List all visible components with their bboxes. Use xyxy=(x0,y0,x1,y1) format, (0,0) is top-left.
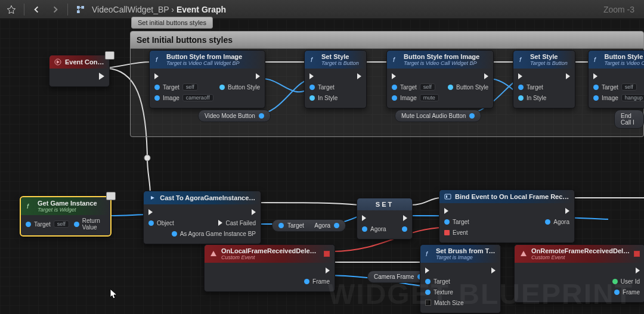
variable-video-mode-button[interactable]: Video Mode Button xyxy=(198,110,271,122)
exec-out-pin[interactable] xyxy=(99,73,104,80)
svg-rect-11 xyxy=(446,195,447,198)
reroute-target-agora[interactable]: Target Agora xyxy=(272,219,346,232)
function-icon: f xyxy=(425,250,432,258)
node-button-style-from-image-2[interactable]: f Button Style from Image Target is Vide… xyxy=(386,50,494,108)
breadcrumb-leaf[interactable]: Event Graph xyxy=(177,5,226,14)
node-subtitle: Custom Event xyxy=(221,254,320,260)
graph-canvas[interactable]: Set Initial buttons styles Event Constru… xyxy=(0,19,644,314)
node-button-style-from-image-3[interactable]: f Button Style from Image Target is Vide… xyxy=(588,50,644,108)
node-on-local-frame-received[interactable]: OnLocalFrameReceivedDelegate_Event_0 Cus… xyxy=(204,244,335,292)
function-icon: f xyxy=(593,55,601,64)
pin-image[interactable]: Imagemute xyxy=(392,94,439,101)
pin-as-agora-game-instance[interactable]: As Agora Game Instance BP xyxy=(172,231,256,237)
exec-out-pin[interactable] xyxy=(403,215,407,221)
node-title: Set Brush from Texture xyxy=(436,247,496,254)
svg-marker-12 xyxy=(210,251,216,256)
exec-in-pin[interactable] xyxy=(392,73,396,79)
pin-in-style[interactable]: In Style xyxy=(518,95,546,101)
exec-out-pin[interactable] xyxy=(357,73,361,79)
pin-in-style[interactable]: In Style xyxy=(309,95,338,101)
svg-text:f: f xyxy=(519,56,522,63)
linked-asset-icon[interactable] xyxy=(106,192,116,200)
exec-in-pin[interactable] xyxy=(518,73,522,79)
node-set-style-2[interactable]: f Set Style Target is Button Target In S… xyxy=(513,50,575,108)
node-cast-to-agora-game-instance[interactable]: Cast To AgoraGameInstance_BP Object Cast… xyxy=(143,191,261,244)
nav-forward-button[interactable] xyxy=(47,2,63,17)
pin-event[interactable]: Event xyxy=(444,229,468,236)
event-icon xyxy=(209,250,218,258)
exec-out-pin[interactable] xyxy=(484,73,488,79)
delegate-out-pin[interactable] xyxy=(634,251,640,257)
variable-mute-local-audio-button[interactable]: Mute Local Audio Button xyxy=(395,110,481,122)
svg-text:f: f xyxy=(311,56,313,63)
pin-button-style[interactable]: Button Style xyxy=(219,84,260,91)
svg-text:f: f xyxy=(27,203,29,210)
pin-agora-out[interactable]: Agora xyxy=(545,219,569,225)
breadcrumb-sep: › xyxy=(171,5,174,14)
pin-target[interactable]: Target xyxy=(444,219,469,225)
node-title: Cast To AgoraGameInstance_BP xyxy=(160,194,256,201)
pin-target[interactable]: Targetself xyxy=(26,220,69,228)
exec-in-pin[interactable] xyxy=(154,73,159,79)
delegate-out-pin[interactable] xyxy=(324,251,330,257)
exec-in-pin[interactable] xyxy=(425,268,429,273)
node-event-construct[interactable]: Event Construct xyxy=(49,55,110,87)
pin-target[interactable]: Target xyxy=(425,278,450,285)
pin-object[interactable]: Object xyxy=(148,220,174,226)
pin-image[interactable]: Imagehangup xyxy=(593,94,644,101)
exec-out-pin[interactable] xyxy=(491,268,496,273)
exec-out-pin[interactable] xyxy=(252,209,256,215)
node-on-remote-frame-received[interactable]: OnRemoteFrameReceivedDelegate_Event_0 Cu… xyxy=(514,244,644,303)
pin-target[interactable]: Target xyxy=(309,84,335,91)
pin-texture[interactable]: Texture xyxy=(425,289,453,296)
pin-return-value[interactable]: Return Value xyxy=(74,217,106,231)
pin-target[interactable]: Targetself xyxy=(154,83,198,91)
exec-in-pin[interactable] xyxy=(593,73,597,79)
svg-point-3 xyxy=(144,155,150,161)
exec-out-pin[interactable] xyxy=(566,73,570,79)
pin-match-size[interactable]: Match Size xyxy=(425,300,463,306)
pin-user-id[interactable]: User Id xyxy=(612,278,640,285)
tooltip: Set initial buttons styles xyxy=(131,17,213,29)
node-title: Button Style from Image xyxy=(166,53,242,60)
exec-out-pin[interactable] xyxy=(565,208,569,214)
comment-title[interactable]: Set Initial buttons styles xyxy=(131,32,643,49)
linked-asset-icon[interactable] xyxy=(105,51,114,60)
node-subtitle: Target is Video Call Widget BP xyxy=(166,60,242,66)
node-set-agora[interactable]: SET Agora xyxy=(357,198,413,240)
nav-back-button[interactable] xyxy=(29,2,45,17)
pin-frame[interactable]: Frame xyxy=(304,278,330,285)
variable-end-call-button[interactable]: End Call I xyxy=(614,110,644,129)
favorite-star-button[interactable] xyxy=(4,2,19,17)
exec-in-pin[interactable] xyxy=(309,73,314,79)
pin-frame[interactable]: Frame xyxy=(614,289,640,296)
event-icon xyxy=(54,58,61,66)
exec-out-pin[interactable] xyxy=(636,268,640,273)
pin-button-style[interactable]: Button Style xyxy=(448,84,488,91)
top-toolbar: VideoCallWidget_BP › Event Graph Zoom -3 xyxy=(0,0,644,19)
pin-cast-failed[interactable]: Cast Failed xyxy=(218,220,256,226)
arrow-right-icon xyxy=(50,5,60,14)
exec-in-pin[interactable] xyxy=(444,208,448,214)
breadcrumb[interactable]: VideoCallWidget_BP › Event Graph xyxy=(92,5,226,14)
exec-in-pin[interactable] xyxy=(148,209,153,215)
node-get-game-instance[interactable]: f Get Game Instance Target is Widget Tar… xyxy=(20,197,111,236)
breadcrumb-root[interactable]: VideoCallWidget_BP xyxy=(92,5,169,14)
star-icon xyxy=(7,5,16,14)
node-set-style-1[interactable]: f Set Style Target is Button Target In S… xyxy=(304,50,367,108)
node-button-style-from-image-1[interactable]: f Button Style from Image Target is Vide… xyxy=(149,50,265,108)
function-icon: f xyxy=(154,55,163,64)
pin-image[interactable]: Imagecameraoff xyxy=(154,94,213,101)
exec-out-pin[interactable] xyxy=(326,268,330,273)
pin-target[interactable]: Targetself xyxy=(392,83,435,91)
exec-in-pin[interactable] xyxy=(362,215,366,221)
node-set-brush-from-texture[interactable]: f Set Brush from Texture Target is Image… xyxy=(420,244,501,313)
exec-out-pin[interactable] xyxy=(256,73,260,79)
pin-agora[interactable]: Agora xyxy=(362,226,386,232)
graph-home-button[interactable] xyxy=(73,2,88,17)
node-title: OnLocalFrameReceivedDelegate_Event_0 xyxy=(221,247,320,254)
pin-agora-out[interactable] xyxy=(402,226,407,232)
pin-target[interactable]: Targetself xyxy=(593,83,637,91)
pin-target[interactable]: Target xyxy=(518,84,543,91)
node-bind-event-on-local-frame[interactable]: Bind Event to On Local Frame Received De… xyxy=(439,189,575,243)
